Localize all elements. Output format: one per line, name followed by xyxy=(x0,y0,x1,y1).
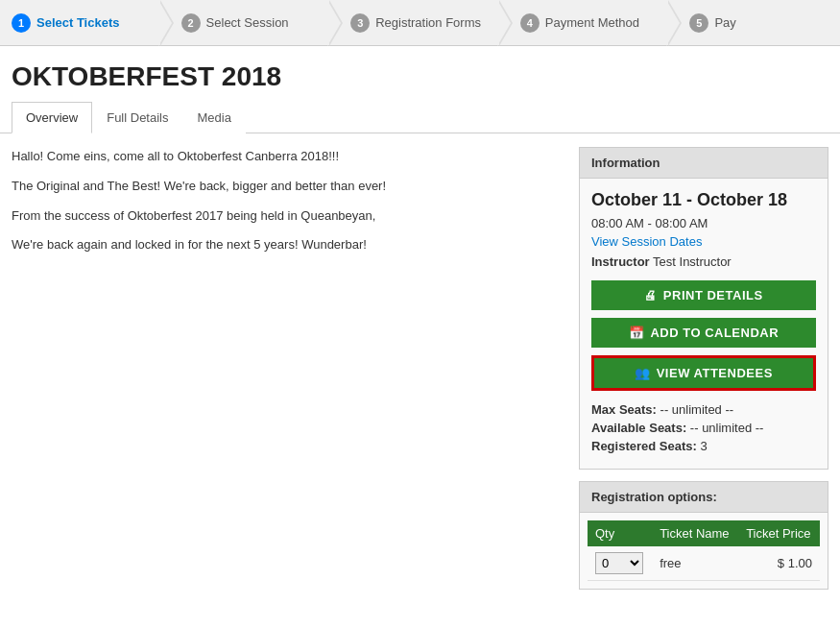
description-p2: The Original and The Best! We're back, b… xyxy=(12,177,564,197)
tab-full-details[interactable]: Full Details xyxy=(92,102,182,133)
page-title: OKTOBERFEST 2018 xyxy=(0,46,840,102)
attendees-icon: 👥 xyxy=(635,366,651,380)
registered-seats-info: Registered Seats: 3 xyxy=(591,439,816,453)
max-seats-label: Max Seats: xyxy=(591,402,657,417)
registration-options-box: Registration options: Qty Ticket Name Ti… xyxy=(579,481,828,590)
add-to-calendar-button[interactable]: 📅 ADD TO CALENDAR xyxy=(591,318,816,348)
max-seats-val: -- unlimited -- xyxy=(660,402,734,417)
print-icon: 🖨 xyxy=(644,288,658,302)
tab-media[interactable]: Media xyxy=(182,102,245,133)
registration-options-body: Qty Ticket Name Ticket Price 01234567891… xyxy=(580,513,828,589)
step-num-5: 5 xyxy=(689,13,708,33)
col-name-header: Ticket Name xyxy=(652,520,738,546)
wizard-bar: 1 Select Tickets 2 Select Session 3 Regi… xyxy=(0,0,840,46)
event-date: October 11 - October 18 xyxy=(591,190,816,210)
info-box-header: Information xyxy=(580,148,828,179)
view-attendees-button[interactable]: 👥 VIEW ATTENDEES xyxy=(591,355,816,391)
wizard-step-4[interactable]: 4 Payment Method xyxy=(501,0,671,45)
view-session-dates-link[interactable]: View Session Dates xyxy=(591,234,816,249)
print-details-label: PRINT DETAILS xyxy=(663,288,763,302)
main-content: Hallo! Come eins, come all to Oktoberfes… xyxy=(0,147,840,590)
right-panel: Information October 11 - October 18 08:0… xyxy=(579,147,828,590)
calendar-icon: 📅 xyxy=(629,326,645,340)
wizard-step-2[interactable]: 2 Select Session xyxy=(162,0,332,45)
registered-seats-val: 3 xyxy=(700,439,707,453)
add-to-calendar-label: ADD TO CALENDAR xyxy=(650,326,779,340)
wizard-step-1[interactable]: 1 Select Tickets xyxy=(0,0,162,45)
instructor-line: Instructor Test Instructor xyxy=(591,254,816,269)
col-price-header: Ticket Price xyxy=(738,520,820,546)
description-p4: We're back again and locked in for the n… xyxy=(12,235,564,255)
step-num-4: 4 xyxy=(520,13,540,33)
ticket-table: Qty Ticket Name Ticket Price 01234567891… xyxy=(588,520,820,581)
qty-select[interactable]: 012345678910 xyxy=(595,552,643,574)
print-details-button[interactable]: 🖨 PRINT DETAILS xyxy=(591,280,816,310)
step-num-1: 1 xyxy=(12,13,31,33)
event-description: Hallo! Come eins, come all to Oktoberfes… xyxy=(12,147,564,590)
step-label-2: Select Session xyxy=(206,15,289,30)
tab-overview[interactable]: Overview xyxy=(12,102,92,133)
step-label-4: Payment Method xyxy=(545,15,639,30)
step-label-1: Select Tickets xyxy=(36,15,119,30)
wizard-step-3[interactable]: 3 Registration Forms xyxy=(331,0,501,45)
available-seats-val: -- unlimited -- xyxy=(690,421,764,435)
table-row: 012345678910free$ 1.00 xyxy=(588,546,820,581)
ticket-name-cell: free xyxy=(652,546,738,581)
instructor-label: Instructor xyxy=(591,254,650,269)
event-time: 08:00 AM - 08:00 AM xyxy=(591,216,816,230)
view-attendees-label: VIEW ATTENDEES xyxy=(657,366,773,380)
col-qty-header: Qty xyxy=(588,520,652,546)
description-p1: Hallo! Come eins, come all to Oktoberfes… xyxy=(12,147,564,167)
step-label-5: Pay xyxy=(714,15,735,30)
info-box: Information October 11 - October 18 08:0… xyxy=(579,147,828,470)
info-box-body: October 11 - October 18 08:00 AM - 08:00… xyxy=(580,179,828,469)
available-seats-label: Available Seats: xyxy=(591,421,686,435)
description-p3: From the success of Oktoberfest 2017 bei… xyxy=(12,206,564,227)
available-seats-info: Available Seats: -- unlimited -- xyxy=(591,421,816,435)
step-num-2: 2 xyxy=(181,13,201,33)
ticket-price-cell: $ 1.00 xyxy=(738,546,820,581)
registered-seats-label: Registered Seats: xyxy=(591,439,697,453)
step-num-3: 3 xyxy=(350,13,370,33)
max-seats-info: Max Seats: -- unlimited -- xyxy=(591,402,816,417)
instructor-name-value: Test Instructor xyxy=(653,254,732,269)
step-label-3: Registration Forms xyxy=(375,15,481,30)
wizard-step-5[interactable]: 5 Pay xyxy=(670,0,840,45)
qty-cell: 012345678910 xyxy=(588,546,652,581)
tabs-bar: Overview Full Details Media xyxy=(0,102,840,133)
registration-options-header: Registration options: xyxy=(580,482,828,513)
